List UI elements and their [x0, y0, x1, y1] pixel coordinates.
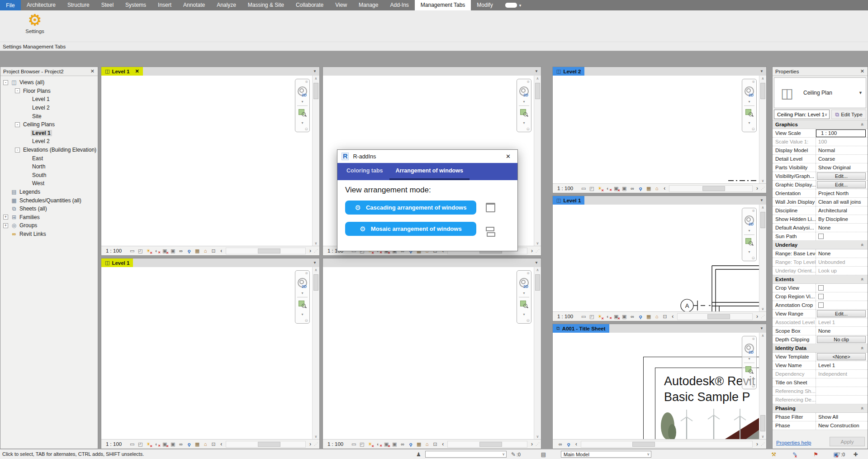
property-value[interactable]: 1 : 100 [816, 129, 866, 137]
tree-expander-icon[interactable]: + [3, 223, 8, 228]
property-row[interactable]: Detail Level Coarse [773, 155, 868, 163]
property-value[interactable]: None [816, 251, 868, 256]
pin-icon[interactable]: ⚑ [813, 451, 818, 458]
property-row[interactable]: Phasing « [773, 404, 868, 413]
tree-item-label[interactable]: Groups [18, 222, 38, 229]
scroll-down-icon[interactable]: ∨ [534, 241, 541, 245]
analytical-model-icon[interactable]: ⌂ [653, 314, 661, 319]
scroll-up-icon[interactable]: ∧ [759, 206, 766, 210]
chevron-down-icon[interactable]: ▾ [742, 229, 756, 233]
visual-style-icon[interactable]: ◰ [588, 186, 596, 191]
resize-grip[interactable]: ⋰ [761, 442, 766, 446]
scroll-left-icon[interactable]: ‹ [661, 185, 668, 191]
view-list-menu-icon[interactable]: ▼ [535, 261, 541, 265]
nav-close-icon[interactable]: ⊗ [752, 80, 755, 84]
scrollbar-thumb[interactable] [535, 83, 540, 99]
scrollbar-thumb[interactable] [258, 249, 280, 253]
design-options-icon[interactable]: ✎ [792, 451, 797, 458]
close-icon[interactable]: ✕ [859, 68, 866, 74]
reveal-hidden-icon[interactable]: ∞ [628, 314, 636, 319]
scrollbar-thumb[interactable] [707, 314, 730, 319]
property-row[interactable]: Sun Path [773, 232, 868, 241]
reveal-hidden-icon[interactable]: ∞ [177, 441, 185, 447]
file-tab[interactable]: File [0, 0, 21, 10]
vertical-scrollbar[interactable]: ∧ ∨ [312, 267, 319, 440]
drawing-canvas[interactable]: ⊗ 2D ▾ ▾ ⊖ ∧ ∨ [323, 267, 541, 440]
scroll-left-icon[interactable]: ‹ [439, 441, 446, 447]
tree-item[interactable]: ▤ Legends [0, 188, 98, 196]
vertical-scrollbar[interactable]: ∧ ∨ [759, 205, 766, 312]
selection-filter[interactable]: ▽:0 [836, 451, 845, 458]
arrangement-button[interactable]: ⚙ Cascading arrangement of windows [345, 201, 476, 215]
property-value[interactable]: Edit... [817, 172, 866, 180]
navigation-bar[interactable]: ⊗ 2D ▾ ▾ ⊖ [742, 336, 757, 389]
horizontal-scrollbar[interactable] [447, 441, 527, 448]
view-list-menu-icon[interactable]: ▼ [535, 69, 541, 73]
property-row[interactable]: Discipline Architectural [773, 206, 868, 215]
property-value[interactable]: Look up [816, 268, 868, 273]
tree-expander-icon[interactable]: - [3, 80, 8, 85]
property-value[interactable] [816, 234, 868, 239]
vertical-scrollbar[interactable]: ∧ ∨ [534, 267, 541, 440]
chevron-down-icon[interactable]: ▾ [519, 3, 522, 8]
property-row[interactable]: View Range Edit... [773, 310, 868, 318]
view-scale-label[interactable]: 1 : 100 [106, 248, 122, 253]
view-list-menu-icon[interactable]: ▼ [313, 69, 319, 73]
sun-path-icon[interactable]: ☀ [366, 441, 374, 447]
scroll-up-icon[interactable]: ∧ [759, 334, 766, 338]
shadows-icon[interactable]: ◐ [374, 441, 382, 447]
ribbon-tab[interactable]: Systems [119, 0, 152, 10]
tree-expander-icon[interactable]: - [15, 148, 20, 153]
nav-collapse-icon[interactable]: ⊖ [751, 384, 755, 388]
ribbon-tab[interactable]: Massing & Site [242, 0, 290, 10]
tree-expander-icon[interactable]: - [15, 122, 20, 127]
tree-item-label[interactable]: West [31, 180, 46, 186]
view-tab-label[interactable]: Level 1 [112, 69, 129, 74]
scroll-left-icon[interactable]: ‹ [669, 313, 676, 320]
chevron-down-icon[interactable]: ▾ [295, 100, 309, 104]
property-value[interactable]: Unbounded [816, 259, 868, 265]
chevron-down-icon[interactable]: ▼ [859, 91, 866, 95]
collapse-chevron-icon[interactable]: « [860, 244, 865, 246]
view-tab-label[interactable]: Level 2 [563, 69, 581, 74]
tree-item[interactable]: - Floor Plans [0, 87, 98, 96]
view-list-menu-icon[interactable]: ▼ [760, 69, 766, 73]
crop-view-icon[interactable]: ▣ [161, 248, 169, 254]
reveal-hidden-icon[interactable]: ∞ [556, 441, 564, 447]
nav-collapse-icon[interactable]: ⊖ [526, 318, 530, 323]
chevron-down-icon[interactable]: ▾ [517, 312, 531, 316]
constraints-icon[interactable]: ⊡ [209, 441, 218, 447]
property-value[interactable]: Show All [816, 414, 868, 420]
collapse-chevron-icon[interactable]: « [860, 123, 865, 126]
property-row[interactable]: Phase New Construction [773, 421, 868, 430]
view-selector-combo[interactable]: Ceiling Plan: Level 1 ∨ [774, 110, 830, 119]
properties-header[interactable]: Properties ✕ [773, 67, 868, 76]
property-row[interactable]: Show Hidden Li... By Discipline [773, 215, 868, 224]
list-icon[interactable]: ▤ [541, 451, 546, 458]
show-crop-icon[interactable]: ▣ [620, 186, 628, 191]
temporary-hide-icon[interactable]: ϙ [407, 441, 415, 447]
scroll-left-icon[interactable]: ‹ [218, 248, 225, 254]
scroll-right-icon[interactable]: › [307, 248, 314, 254]
visual-style-icon[interactable]: ◰ [136, 248, 144, 254]
property-value[interactable]: Coarse [816, 156, 868, 162]
property-value[interactable]: 100 [816, 139, 868, 144]
vertical-scrollbar[interactable]: ∧ ∨ [759, 76, 766, 184]
view-tab-label[interactable]: Level 1 [563, 198, 581, 203]
nav-collapse-icon[interactable]: ⊖ [304, 127, 308, 131]
resize-grip[interactable]: ⋰ [761, 314, 766, 319]
scrollbar-thumb[interactable] [760, 415, 765, 431]
ribbon-tab[interactable]: Collaborate [290, 0, 329, 10]
view-scale-label[interactable]: 1 : 100 [106, 441, 122, 447]
ribbon-tab[interactable]: Add-Ins [384, 0, 414, 10]
property-row[interactable]: Identity Data « [773, 344, 868, 353]
worksharing-display-icon[interactable]: ▦ [645, 314, 653, 320]
crop-region-icon[interactable]: ▭ [350, 441, 358, 447]
property-value[interactable] [816, 294, 868, 300]
navigation-bar[interactable]: ⊗ 2D ▾ ▾ ⊖ [295, 270, 310, 324]
property-value[interactable]: Level 1 [816, 320, 868, 325]
vertical-scrollbar[interactable]: ∧ ∨ [759, 333, 766, 440]
tree-item[interactable]: Site [0, 112, 98, 120]
property-value[interactable]: Project North [816, 191, 868, 196]
crop-region-icon[interactable]: ▭ [128, 248, 136, 254]
